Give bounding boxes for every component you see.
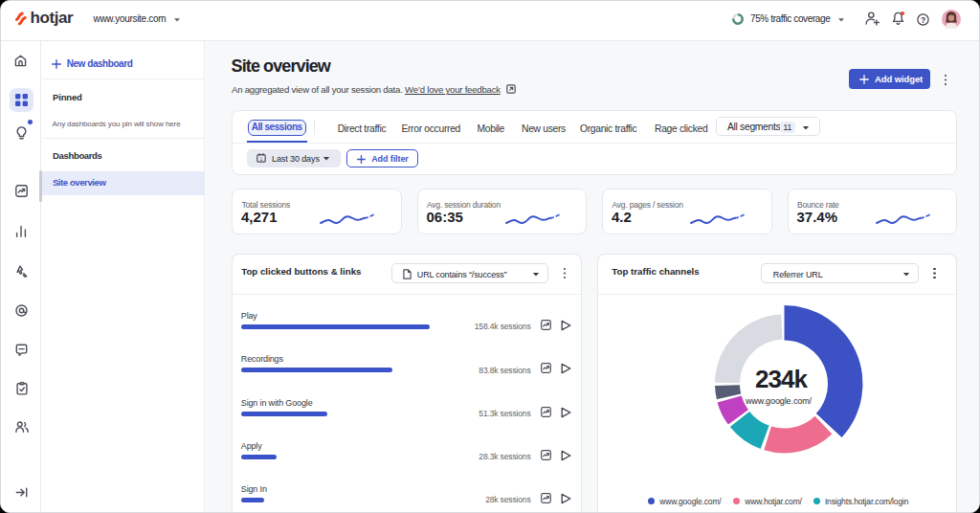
svg-text:?: ? [920,14,924,24]
svg-text:1: 1 [260,156,263,162]
